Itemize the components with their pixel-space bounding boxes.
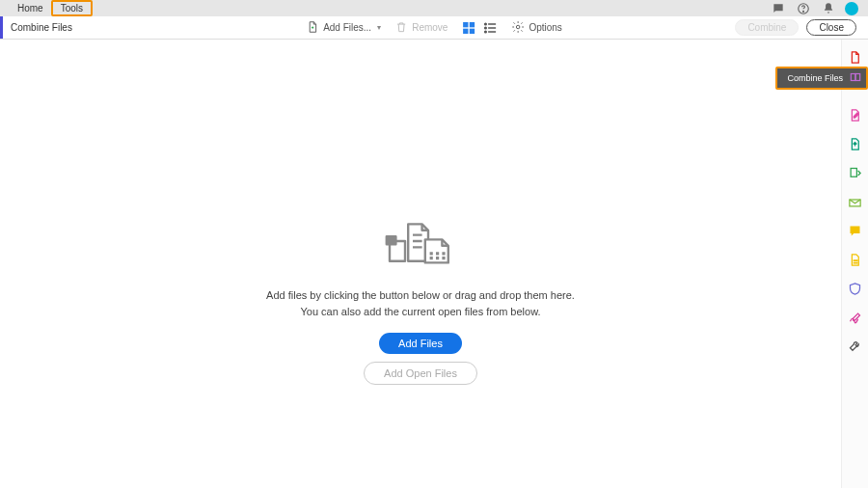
close-button[interactable]: Close: [806, 19, 856, 36]
tools-rail: Combine Files: [841, 40, 868, 488]
tool-subbar: Combine Files Add Files... ▾ Remove: [0, 16, 868, 40]
main-area: Add files by clicking the button below o…: [0, 40, 868, 488]
hint-line-1: Add files by clicking the button below o…: [266, 287, 575, 304]
notification-icon[interactable]: [820, 0, 837, 17]
nav-home[interactable]: Home: [10, 0, 51, 16]
rail-flyout-label: Combine Files: [787, 73, 843, 83]
combine-files-icon: [849, 70, 862, 86]
svg-point-9: [517, 25, 521, 29]
chat-icon[interactable]: [770, 0, 787, 17]
files-illustration-icon: [382, 218, 459, 276]
add-file-icon: [306, 20, 319, 36]
scan-ocr-icon[interactable]: [848, 252, 863, 267]
svg-rect-11: [851, 74, 855, 81]
export-pdf-icon[interactable]: [848, 136, 863, 151]
list-view-button[interactable]: [482, 20, 498, 36]
rail-flyout-combine[interactable]: Combine Files: [775, 67, 868, 90]
drop-hint: Add files by clicking the button below o…: [266, 287, 575, 319]
svg-rect-13: [851, 168, 856, 176]
svg-point-7: [485, 27, 487, 29]
more-tools-icon[interactable]: [848, 339, 863, 354]
create-pdf-icon[interactable]: [848, 49, 863, 65]
add-open-files-button[interactable]: Add Open Files: [364, 362, 477, 385]
options-label: Options: [529, 22, 561, 33]
add-files-button[interactable]: Add Files: [379, 333, 462, 354]
trash-icon: [394, 20, 408, 36]
grid-view-button[interactable]: [461, 20, 476, 36]
options-tool[interactable]: Options: [511, 20, 561, 36]
svg-rect-2: [463, 22, 468, 27]
comment-icon[interactable]: [848, 223, 863, 238]
send-comments-icon[interactable]: [848, 194, 863, 209]
help-icon[interactable]: [795, 0, 812, 17]
fill-sign-icon[interactable]: [848, 310, 863, 325]
drop-canvas[interactable]: Add files by clicking the button below o…: [0, 40, 841, 488]
organize-pages-icon[interactable]: [848, 165, 863, 180]
nav-tools[interactable]: Tools: [51, 0, 93, 16]
chevron-down-icon: ▾: [377, 23, 381, 32]
app-topbar: Home Tools: [0, 0, 868, 16]
protect-icon[interactable]: [848, 281, 863, 296]
svg-point-6: [485, 23, 487, 25]
add-files-tool[interactable]: Add Files... ▾: [306, 20, 381, 36]
gear-icon: [511, 20, 525, 36]
add-files-label: Add Files...: [323, 22, 371, 33]
edit-pdf-icon[interactable]: [848, 107, 863, 122]
svg-point-8: [485, 31, 487, 33]
combine-button: Combine: [735, 19, 799, 36]
svg-rect-4: [463, 28, 468, 33]
subbar-title: Combine Files: [0, 16, 80, 39]
avatar[interactable]: [845, 2, 858, 15]
hint-line-2: You can also add the current open files …: [266, 304, 575, 320]
remove-tool: Remove: [394, 20, 448, 36]
svg-point-1: [803, 11, 804, 12]
svg-rect-10: [387, 236, 396, 244]
svg-rect-5: [470, 28, 475, 33]
subbar-center: Add Files... ▾ Remove Options: [306, 20, 562, 36]
top-nav: Home Tools: [10, 0, 93, 16]
remove-label: Remove: [412, 22, 448, 33]
svg-rect-3: [470, 22, 475, 27]
subbar-right: Combine Close: [735, 19, 868, 36]
svg-rect-12: [855, 74, 860, 81]
